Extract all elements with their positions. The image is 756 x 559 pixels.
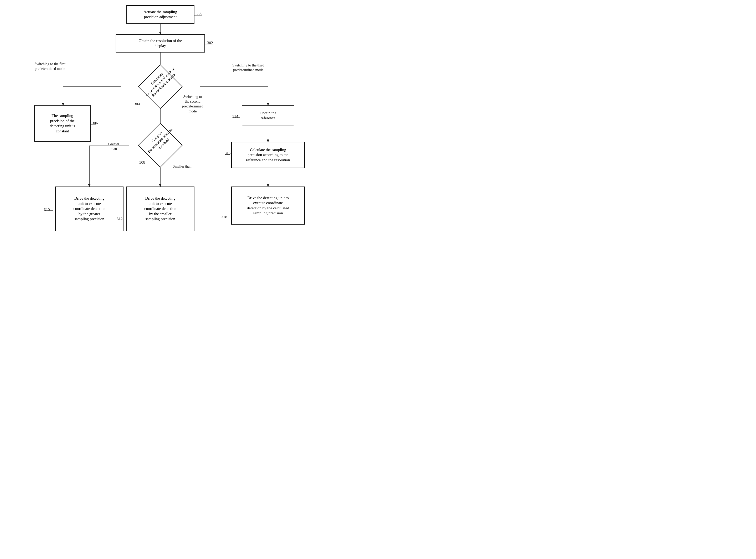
box-312: Drive the detectingunit to executecoordi… bbox=[126, 186, 195, 231]
box-306: The samplingprecision of thedetecting un… bbox=[34, 105, 91, 142]
num-318: 318 bbox=[221, 215, 227, 219]
box-316: Calculate the samplingprecision accordin… bbox=[231, 142, 305, 168]
label-first-mode: Switching to the firstpredetermined mode bbox=[21, 62, 79, 71]
num-300: 300 bbox=[197, 11, 203, 16]
label-smaller-than: Smaller than bbox=[165, 164, 199, 169]
box-314: Obtain thereference bbox=[242, 105, 294, 126]
num-308: 308 bbox=[139, 160, 145, 165]
box-300: Actuate the samplingprecision adjustment bbox=[126, 5, 195, 24]
box-302: Obtain the resolution of thedisplay bbox=[116, 34, 205, 52]
label-greater-than: Greaterthan bbox=[99, 142, 128, 151]
label-second-mode: Switching tothe secondpredeterminedmode bbox=[168, 94, 218, 114]
num-314: 314 bbox=[232, 114, 238, 119]
num-316: 316 bbox=[225, 151, 231, 156]
num-306: 306 bbox=[92, 121, 98, 125]
num-312: 312 bbox=[117, 217, 123, 221]
num-310: 310 bbox=[44, 207, 50, 212]
num-304: 304 bbox=[134, 102, 140, 106]
box-318: Drive the detecting unit toexecute coord… bbox=[231, 186, 305, 225]
num-302: 302 bbox=[207, 41, 213, 45]
label-third-mode: Switching to the thirdpredetermined mode bbox=[218, 63, 279, 72]
flowchart: Actuate the samplingprecision adjustment… bbox=[0, 0, 336, 250]
box-310: Drive the detectingunit to executecoordi… bbox=[55, 186, 124, 231]
diamond-308: Comparethe resolution with thethreshold bbox=[121, 128, 200, 162]
